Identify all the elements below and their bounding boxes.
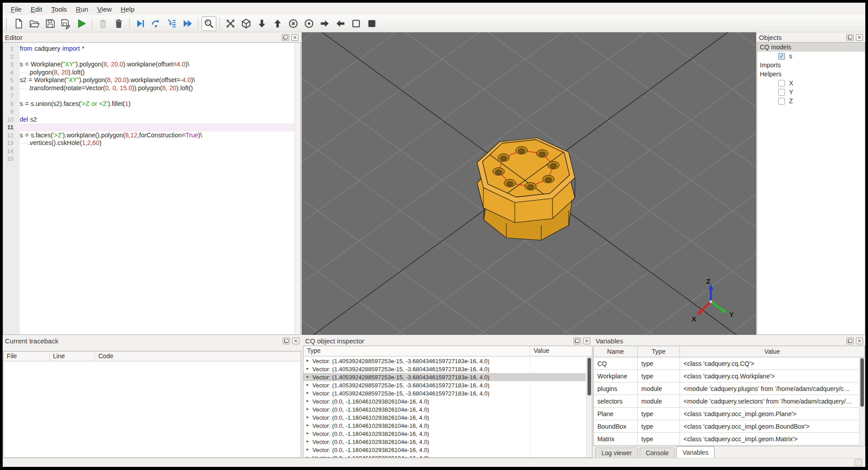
float-icon[interactable]	[574, 338, 581, 344]
inspector-row[interactable]: Vector: (0.0, -1.1604610293826104e-16, 4…	[303, 405, 586, 413]
column-header-line[interactable]: Line	[50, 351, 95, 361]
inspector-row[interactable]: Vector: (1.4053924288597253e-15, -3.6804…	[303, 373, 586, 381]
inspector-scrollbar[interactable]	[586, 357, 592, 457]
view-right-button[interactable]	[333, 16, 348, 31]
new-script-button[interactable]	[11, 16, 26, 31]
delete-all-button[interactable]	[111, 16, 126, 31]
code-line-3[interactable]: 3s·=·Workplane("XY").polygon(8,·20.0).wo…	[3, 61, 294, 69]
float-icon[interactable]	[282, 34, 289, 41]
variable-row-plugins[interactable]: pluginsmodule<module 'cadquery.plugins' …	[594, 382, 859, 395]
menu-tools[interactable]: Tools	[47, 4, 71, 15]
save-as-script-button[interactable]	[58, 16, 73, 31]
variable-row-matrix[interactable]: Matrixtype<class 'cadquery.occ_impl.geom…	[594, 433, 859, 445]
menu-edit[interactable]: Edit	[26, 4, 47, 15]
resize-grip[interactable]	[855, 459, 862, 466]
code-line-11[interactable]: 11	[3, 123, 294, 132]
tab-console[interactable]: Console	[640, 448, 675, 458]
inspector-row[interactable]: Vector: (0.0, -1.1604610293826104e-16, 4…	[303, 430, 586, 438]
variable-row-workplane[interactable]: Workplanetype<class 'cadquery.cq.Workpla…	[594, 370, 859, 382]
debug-button[interactable]	[133, 16, 148, 31]
iso-view-button[interactable]	[239, 16, 254, 31]
close-icon[interactable]	[856, 338, 863, 344]
column-header-name[interactable]: Name	[594, 346, 638, 357]
float-icon[interactable]	[846, 34, 854, 41]
continue-button[interactable]	[180, 16, 195, 31]
code-line-4[interactable]: 4····.polygon(8,·20).loft()	[3, 69, 294, 77]
float-icon[interactable]	[283, 338, 290, 344]
code-line-14[interactable]: 14	[3, 147, 294, 155]
view-bottom-button[interactable]	[270, 16, 285, 31]
checkbox-unchecked[interactable]	[778, 89, 785, 96]
inspector-row[interactable]: Vector: (0.0, -1.1604610293826104e-16, 4…	[303, 446, 586, 454]
tree-item-s[interactable]: s	[757, 52, 865, 61]
wireframe-button[interactable]	[349, 16, 364, 31]
render-button[interactable]	[74, 16, 89, 31]
variable-row-plane[interactable]: Planetype<class 'cadquery.occ_impl.geom.…	[594, 408, 859, 420]
editor-scrollbar[interactable]	[294, 43, 300, 334]
view-back-button[interactable]	[302, 16, 316, 31]
tree-item-cq-models[interactable]: CQ models	[757, 43, 865, 52]
variable-row-cq[interactable]: CQtype<class 'cadquery.cq.CQ'>	[594, 357, 859, 370]
tree-item-y[interactable]: Y	[757, 88, 865, 97]
fit-view-button[interactable]	[223, 16, 238, 31]
inspector-row[interactable]: Vector: (0.0, -1.1604610293826104e-16, 4…	[303, 454, 586, 457]
scrollbar-handle[interactable]	[587, 358, 591, 395]
close-icon[interactable]	[291, 34, 298, 41]
code-line-10[interactable]: 10del·s2	[3, 116, 294, 124]
view-front-button[interactable]	[286, 16, 301, 31]
close-icon[interactable]	[292, 338, 299, 344]
variable-row-selectors[interactable]: selectorsmodule<module 'cadquery.selecto…	[594, 395, 859, 408]
checkbox-checked[interactable]	[778, 53, 785, 60]
column-header-value[interactable]: Value	[680, 346, 865, 357]
code-line-12[interactable]: 12s·=·s.faces('>Z').workplane().polygon(…	[3, 132, 294, 140]
close-icon[interactable]	[856, 34, 863, 41]
tree-item-x[interactable]: X	[757, 79, 865, 88]
column-header-type[interactable]: Type	[303, 346, 530, 356]
variable-row-boundbox[interactable]: BoundBoxtype<class 'cadquery.occ_impl.ge…	[594, 420, 859, 433]
code-line-9[interactable]: 9	[3, 108, 294, 116]
inspector-row[interactable]: Vector: (0.0, -1.1604610293826104e-16, 4…	[303, 438, 586, 446]
shaded-button[interactable]	[364, 16, 379, 31]
inspector-row[interactable]: Vector: (0.0, -1.1604610293826104e-16, 4…	[303, 422, 586, 430]
tree-item-helpers[interactable]: Helpers	[757, 70, 865, 79]
code-line-8[interactable]: 8s·=·s.union(s2).faces('>Z·or·<Z').fille…	[3, 100, 294, 108]
scrollbar-handle[interactable]	[860, 358, 864, 407]
delete-button[interactable]	[96, 16, 110, 31]
float-icon[interactable]	[846, 338, 854, 344]
code-line-15[interactable]: 15	[3, 155, 294, 163]
inspector-row[interactable]: Vector: (1.4053924288597253e-15, -3.6804…	[303, 365, 586, 373]
toggle-zoom-button[interactable]	[202, 16, 216, 31]
inspector-row[interactable]: Vector: (1.4053924288597253e-15, -3.6804…	[303, 381, 586, 389]
close-icon[interactable]	[583, 338, 590, 344]
code-line-6[interactable]: 6····.transformed(rotate=Vector(0,·0,·15…	[3, 84, 294, 92]
menu-file[interactable]: File	[6, 4, 26, 15]
3d-viewport[interactable]: Z X Y	[302, 32, 756, 335]
menu-help[interactable]: Help	[116, 4, 139, 15]
code-line-13[interactable]: 13····.vertices().cskHole(1,2,60)	[3, 139, 294, 147]
save-script-button[interactable]	[43, 16, 57, 31]
menu-run[interactable]: Run	[71, 4, 93, 15]
view-top-button[interactable]	[254, 16, 269, 31]
step-in-button[interactable]	[164, 16, 179, 31]
inspector-row[interactable]: Vector: (0.0, -1.1604610293826104e-16, 4…	[303, 397, 586, 405]
editor-body[interactable]: 1from·cadquery·import·*23s·=·Workplane("…	[3, 42, 301, 335]
tree-item-imports[interactable]: Imports	[757, 61, 865, 70]
checkbox-unchecked[interactable]	[778, 80, 785, 87]
tab-variables[interactable]: Variables	[676, 446, 715, 458]
checkbox-unchecked[interactable]	[778, 98, 785, 105]
column-header-code[interactable]: Code	[95, 351, 301, 361]
column-header-value[interactable]: Value	[530, 346, 592, 356]
inspector-row[interactable]: Vector: (0.0, -1.1604610293826104e-16, 4…	[303, 413, 586, 422]
code-line-1[interactable]: 1from·cadquery·import·*	[3, 45, 294, 53]
tab-log-viewer[interactable]: Log viewer	[595, 448, 638, 458]
column-header-file[interactable]: File	[4, 351, 50, 361]
inspector-row[interactable]: Vector: (1.4053924288597253e-15, -3.6804…	[303, 389, 586, 397]
step-button[interactable]	[149, 16, 163, 31]
code-line-2[interactable]: 2	[3, 53, 294, 61]
column-header-type[interactable]: Type	[638, 346, 680, 357]
code-line-5[interactable]: 5s2·=·Workplane("XY").polygon(8,·20.0).w…	[3, 76, 294, 84]
menu-view[interactable]: View	[93, 4, 116, 15]
open-script-button[interactable]	[27, 16, 42, 31]
view-left-button[interactable]	[317, 16, 332, 31]
toolbar-drag-handle[interactable]	[6, 18, 7, 29]
